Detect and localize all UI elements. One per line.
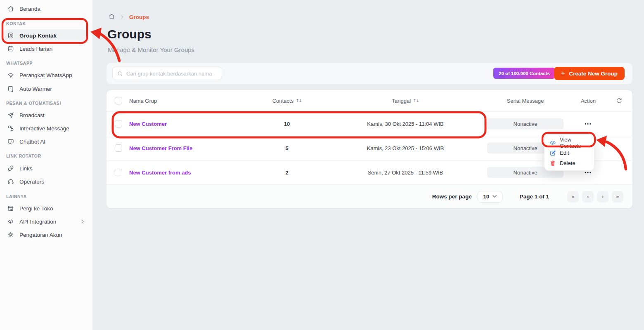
row-checkbox[interactable] [115, 120, 122, 127]
headset-icon [7, 178, 14, 185]
group-name-link[interactable]: New Customer From File [129, 145, 261, 151]
sidebar-item-label: Group Kontak [19, 33, 57, 39]
sidebar-item-label: Perangkat WhatsApp [19, 72, 72, 78]
contacts-quota-badge: 20 of 100.000 Contacts [493, 68, 555, 79]
page-info: Page 1 of 1 [520, 193, 549, 200]
sidebar-item-pengaturan-akun[interactable]: Pengaturan Akun [0, 229, 93, 241]
sidebar-item-label: Pergi ke Toko [19, 205, 53, 212]
sidebar-item-interactive-message[interactable]: Interactive Message [0, 122, 93, 134]
group-date: Senin, 27 Okt 2025 - 11:59 WIB [343, 170, 467, 176]
table-header-row: Nama Grup Contacts↑↓ Tanggal↑↓ Serial Me… [107, 90, 632, 112]
sidebar-item-label: Beranda [19, 6, 40, 12]
gear-icon [7, 231, 14, 238]
menu-item-view-contacts[interactable]: View Contacts [545, 137, 594, 148]
chatbot-icon [7, 138, 14, 145]
column-header-nama-grup: Nama Grup [129, 98, 261, 104]
prev-page-button[interactable]: ‹ [582, 191, 594, 203]
column-header-action: Action [576, 98, 601, 104]
group-name-link[interactable]: New Customer [129, 121, 261, 127]
sidebar-section-whatsapp: WHATSAPP [6, 60, 33, 66]
sidebar-item-pergi-ke-toko[interactable]: Pergi ke Toko [0, 202, 93, 214]
toolbar: 20 of 100.000 Contacts + Create New Grou… [107, 63, 632, 84]
sidebar-section-link-rotator: LINK ROTATOR [6, 153, 41, 159]
wifi-icon [7, 71, 14, 79]
create-new-group-button[interactable]: + Create New Group [554, 67, 625, 80]
search-icon [117, 71, 123, 77]
eye-icon [549, 139, 556, 146]
sidebar: Beranda KONTAK Group Kontak Leads Harian… [0, 0, 93, 330]
sidebar-item-perangkat-whatsapp[interactable]: Perangkat WhatsApp [0, 69, 93, 81]
sidebar-item-label: Interactive Message [19, 125, 69, 132]
menu-item-edit[interactable]: Edit [545, 148, 594, 158]
column-header-serial-message: Serial Message [487, 98, 564, 104]
first-page-button[interactable]: « [567, 191, 579, 203]
sidebar-item-label: Chatbot AI [19, 139, 45, 145]
last-page-button[interactable]: » [612, 191, 623, 203]
sort-icon[interactable]: ↑↓ [413, 98, 419, 104]
page-subtitle: Manage & Monitor Your Groups [108, 46, 194, 53]
sidebar-item-beranda[interactable]: Beranda [0, 2, 93, 15]
sidebar-item-label: Pengaturan Akun [19, 232, 62, 238]
table-row: New Customer 10 Kamis, 30 Okt 2025 - 11:… [107, 112, 632, 136]
edit-icon [549, 150, 556, 156]
sidebar-item-label: Operators [19, 179, 44, 185]
group-name-link[interactable]: New Customer from ads [129, 170, 261, 176]
sidebar-section-kontak: KONTAK [6, 21, 26, 26]
select-all-checkbox[interactable] [115, 97, 122, 104]
app-root: Beranda KONTAK Group Kontak Leads Harian… [0, 0, 644, 330]
table-footer: Rows per page 10 Page 1 of 1 « ‹ › » [107, 185, 632, 208]
device-refresh-icon [7, 85, 14, 92]
rows-per-page-label: Rows per page [432, 193, 472, 200]
sidebar-item-links[interactable]: Links [0, 162, 93, 174]
code-icon [7, 218, 14, 225]
sidebar-item-leads-harian[interactable]: Leads Harian [0, 42, 93, 55]
sidebar-item-label: Broadcast [19, 112, 45, 118]
column-header-contacts[interactable]: Contacts↑↓ [262, 98, 312, 104]
breadcrumb-current[interactable]: Groups [129, 14, 149, 20]
sidebar-item-operators[interactable]: Operators [0, 175, 93, 188]
chevron-right-icon [120, 14, 125, 21]
next-page-button[interactable]: › [597, 191, 608, 203]
row-checkbox[interactable] [115, 169, 122, 176]
calendar-icon [7, 45, 14, 52]
link-icon [7, 165, 14, 172]
contacts-count: 5 [262, 145, 312, 151]
sidebar-item-broadcast[interactable]: Broadcast [0, 109, 93, 121]
chevron-down-icon [492, 195, 497, 198]
page-title: Groups [107, 27, 152, 41]
breadcrumb: Groups [108, 13, 149, 21]
refresh-icon [616, 97, 623, 104]
contact-card-icon [7, 32, 14, 39]
shapes-icon [7, 125, 14, 132]
chevron-right-icon [80, 219, 85, 224]
sidebar-item-api-integration[interactable]: API Integration [0, 215, 93, 228]
plus-icon: + [561, 70, 565, 77]
send-icon [7, 111, 14, 119]
column-header-tanggal[interactable]: Tanggal↑↓ [343, 98, 467, 104]
sidebar-item-label: Links [19, 165, 33, 172]
sidebar-item-chatbot-ai[interactable]: Chatbot AI [0, 135, 93, 148]
row-actions-button[interactable]: ••• [576, 121, 601, 126]
breadcrumb-home-icon[interactable] [108, 13, 115, 21]
menu-item-delete[interactable]: Delete [545, 158, 594, 168]
search-box [112, 67, 222, 80]
store-icon [7, 205, 14, 212]
row-checkbox[interactable] [115, 144, 122, 152]
sidebar-item-label: API Integration [19, 219, 56, 225]
group-date: Kamis, 23 Okt 2025 - 15:06 WIB [343, 145, 467, 151]
refresh-button[interactable] [616, 97, 623, 104]
sidebar-item-label: Auto Warmer [19, 86, 52, 92]
contacts-count: 2 [262, 170, 312, 176]
sidebar-item-group-kontak[interactable]: Group Kontak [0, 29, 93, 42]
sidebar-item-label: Leads Harian [19, 46, 52, 52]
sidebar-section-lainnya: LAINNYA [6, 193, 27, 199]
home-icon [7, 5, 14, 12]
contacts-count: 10 [262, 121, 312, 127]
rows-per-page-select[interactable]: 10 [478, 191, 502, 203]
group-date: Kamis, 30 Okt 2025 - 11:04 WIB [343, 121, 467, 127]
serial-status-badge: Nonactive [487, 118, 564, 130]
sort-icon[interactable]: ↑↓ [296, 98, 301, 104]
search-input[interactable] [126, 71, 218, 77]
row-action-menu: View Contacts Edit Delete [544, 134, 594, 171]
sidebar-item-auto-warmer[interactable]: Auto Warmer [0, 82, 93, 95]
